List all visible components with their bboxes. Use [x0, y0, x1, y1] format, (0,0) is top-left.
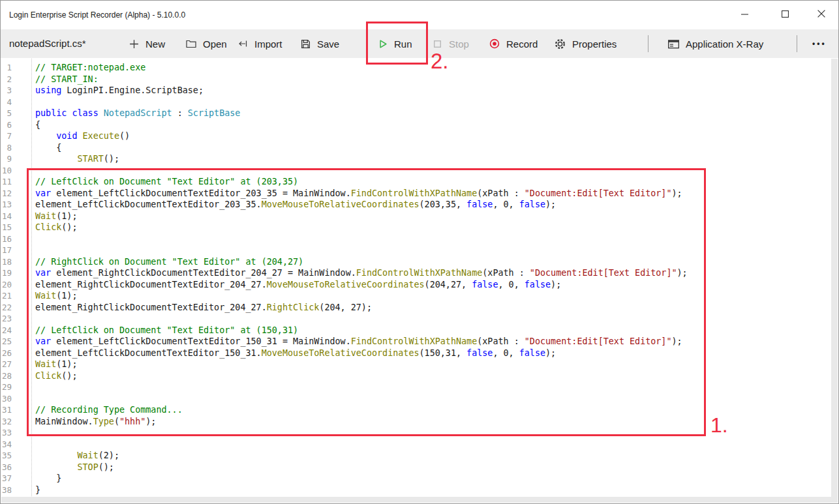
code-text: // RightClick on Document "Text Editor" …: [35, 256, 303, 268]
tab-notepadscript[interactable]: notepadScript.cs*: [9, 29, 86, 58]
line-number: 1: [1, 62, 12, 74]
code-text: void Execute(): [35, 130, 130, 142]
code-line: 4: [1, 96, 830, 108]
close-icon: [817, 10, 825, 18]
line-number: 26: [1, 348, 12, 359]
code-text: element_RightClickDocumentTextEditor_204…: [35, 302, 372, 314]
import-arrow-icon: [237, 38, 249, 49]
code-text: MainWindow.Type("hhh");: [35, 416, 156, 428]
code-line: 36 STOP();: [1, 462, 830, 473]
code-text: Wait(1);: [35, 359, 78, 370]
line-number: 22: [1, 302, 12, 314]
maximize-button[interactable]: [769, 1, 801, 27]
ellipsis-icon: •••: [812, 39, 827, 48]
line-number: 28: [1, 370, 12, 382]
close-button[interactable]: [805, 1, 838, 27]
line-number: 11: [1, 176, 12, 188]
code-line: 33: [1, 427, 830, 439]
line-number: 7: [1, 130, 12, 142]
minimize-icon: [741, 10, 748, 18]
line-number: 15: [1, 222, 12, 233]
import-button[interactable]: Import: [237, 29, 282, 58]
line-number: 24: [1, 325, 12, 336]
code-line: 14Wait(1);: [1, 211, 830, 222]
open-button[interactable]: Open: [185, 29, 227, 58]
code-text: // TARGET:notepad.exe: [35, 62, 145, 74]
new-button[interactable]: New: [129, 29, 165, 58]
code-text: using LoginPI.Engine.ScriptBase;: [35, 85, 204, 96]
application-xray-button[interactable]: Application X-Ray: [667, 29, 763, 58]
line-number: 6: [1, 119, 12, 131]
gear-icon: [554, 38, 566, 50]
run-button[interactable]: Run: [377, 29, 412, 58]
code-text: {: [35, 142, 61, 154]
line-number: 18: [1, 256, 12, 268]
code-line: 22element_RightClickDocumentTextEditor_2…: [1, 302, 830, 314]
code-text: }: [35, 473, 61, 484]
line-number: 20: [1, 279, 12, 291]
line-number: 8: [1, 142, 12, 154]
code-line: 21Wait(1);: [1, 290, 830, 302]
code-text: public class NotepadScript : ScriptBase: [35, 108, 240, 119]
new-button-label: New: [145, 38, 165, 50]
code-line: 6{: [1, 119, 830, 131]
line-number: 12: [1, 188, 12, 200]
code-line: 23: [1, 313, 830, 325]
code-line: 37 }: [1, 473, 830, 484]
more-options-button[interactable]: •••: [812, 29, 827, 58]
folder-icon: [185, 38, 197, 49]
code-line: 32MainWindow.Type("hhh");: [1, 416, 830, 428]
code-text: Wait(2);: [35, 450, 119, 462]
code-line: 10: [1, 165, 830, 177]
import-button-label: Import: [254, 38, 282, 50]
code-text: element_LeftClickDocumentTextEditor_150_…: [35, 348, 556, 359]
line-number: 25: [1, 336, 12, 348]
properties-button[interactable]: Properties: [554, 29, 617, 58]
code-text: {: [35, 119, 40, 131]
line-number: 33: [1, 427, 12, 439]
code-text: // Recording Type Command...: [35, 404, 183, 416]
code-line: 7 void Execute(): [1, 130, 830, 142]
vertical-scrollbar[interactable]: [831, 59, 838, 503]
code-line: 15Click();: [1, 222, 830, 233]
code-text: var element_LeftClickDocumentTextEditor_…: [35, 188, 682, 200]
code-line: 3using LoginPI.Engine.ScriptBase;: [1, 85, 830, 96]
line-number: 19: [1, 267, 12, 279]
app-window: Login Enterprise Script Recorder (Alpha)…: [0, 0, 839, 504]
line-number: 32: [1, 416, 12, 428]
code-line: 28Click();: [1, 370, 830, 382]
code-editor[interactable]: 1// TARGET:notepad.exe2// START_IN:3usin…: [1, 59, 838, 503]
minimize-button[interactable]: [728, 1, 761, 27]
plus-icon: [129, 38, 140, 50]
code-line: 11// LeftClick on Document "Text Editor"…: [1, 176, 830, 188]
application-xray-button-label: Application X-Ray: [686, 38, 763, 50]
line-number: 34: [1, 439, 12, 451]
record-button[interactable]: Record: [489, 29, 538, 58]
horizontal-scrollbar[interactable]: [1, 497, 831, 503]
line-number: 9: [1, 153, 12, 165]
title-bar: Login Enterprise Script Recorder (Alpha)…: [1, 1, 838, 29]
code-text: Wait(1);: [35, 290, 78, 302]
line-number: 2: [1, 74, 12, 85]
code-line: 27Wait(1);: [1, 359, 830, 370]
code-line: 38}: [1, 484, 830, 496]
line-number: 13: [1, 199, 12, 211]
line-number: 30: [1, 393, 12, 405]
maximize-icon: [782, 10, 789, 18]
code-line: 25var element_LeftClickDocumentTextEdito…: [1, 336, 830, 348]
line-number: 31: [1, 404, 12, 416]
stop-button[interactable]: Stop: [432, 29, 469, 58]
play-icon: [377, 38, 388, 50]
code-line: 13element_LeftClickDocumentTextEditor_20…: [1, 199, 830, 211]
save-button[interactable]: Save: [300, 29, 339, 58]
run-button-label: Run: [394, 38, 412, 50]
line-number: 14: [1, 211, 12, 222]
floppy-icon: [300, 38, 311, 50]
line-number: 27: [1, 359, 12, 370]
code-text: element_RightClickDocumentTextEditor_204…: [35, 279, 561, 291]
line-number: 29: [1, 381, 12, 393]
code-text: START();: [35, 153, 119, 165]
code-text: // START_IN:: [35, 74, 99, 85]
line-number: 4: [1, 96, 12, 108]
code-line: 24// LeftClick on Document "Text Editor"…: [1, 325, 830, 336]
